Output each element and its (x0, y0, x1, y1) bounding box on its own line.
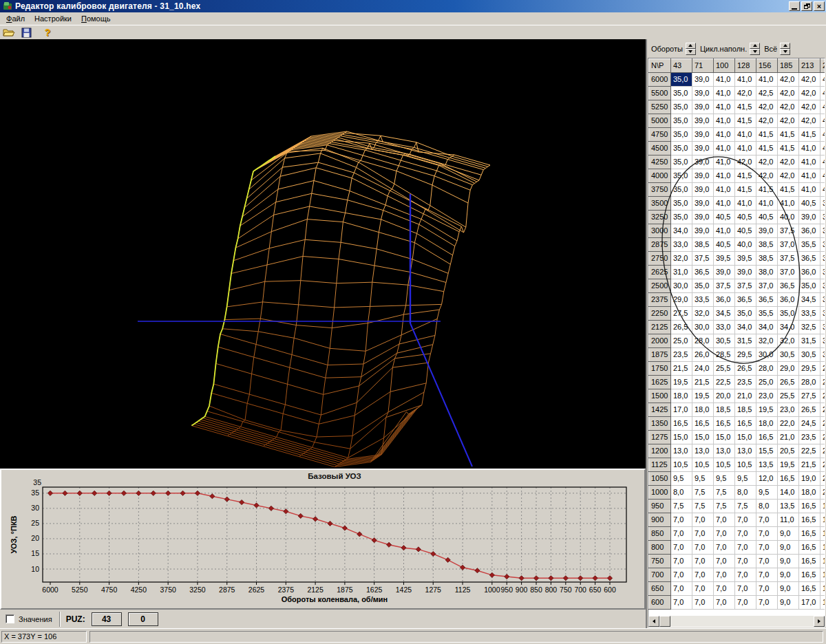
map-cell-clipped[interactable]: 4 (820, 155, 826, 169)
map-cell[interactable]: 7,0 (756, 555, 778, 568)
map-cell[interactable]: 7,5 (671, 500, 692, 513)
map-cell[interactable]: 37,5 (735, 279, 756, 293)
map-cell[interactable]: 41,0 (714, 224, 735, 238)
map-cell[interactable]: 30,0 (671, 279, 692, 293)
row-header-1050[interactable]: 1050 (649, 472, 671, 486)
row-header-2125[interactable]: 2125 (649, 321, 671, 334)
data-point-marker[interactable] (240, 500, 244, 504)
map-cell[interactable]: 36,5 (692, 266, 714, 279)
map-cell[interactable]: 16,5 (799, 541, 820, 555)
map-cell[interactable]: 26,5 (778, 376, 799, 389)
map-cell[interactable]: 31,5 (735, 334, 756, 348)
data-point-marker[interactable] (180, 491, 185, 495)
map-cell[interactable]: 41,5 (778, 142, 799, 155)
map-cell[interactable]: 9,0 (778, 582, 799, 596)
map-cell[interactable]: 39,0 (692, 169, 714, 183)
map-cell[interactable]: 8,0 (756, 500, 778, 513)
map-cell[interactable]: 32,0 (778, 334, 799, 348)
map-cell[interactable]: 28,0 (799, 376, 820, 389)
map-cell-clipped[interactable]: 1 (820, 527, 826, 541)
map-cell[interactable]: 36,5 (778, 279, 799, 293)
map-cell-clipped[interactable]: 4 (820, 87, 826, 100)
map-cell[interactable]: 33,0 (714, 321, 735, 334)
map-cell[interactable]: 7,0 (756, 596, 778, 610)
map-cell[interactable]: 42,0 (799, 87, 820, 100)
map-cell[interactable]: 11,0 (778, 513, 799, 527)
map-cell-clipped[interactable]: 3 (820, 252, 826, 266)
map-cell[interactable]: 35,0 (671, 142, 692, 155)
map-cell[interactable]: 34,0 (671, 224, 692, 238)
map-cell-clipped[interactable]: 4 (820, 73, 826, 87)
row-header-2750[interactable]: 2750 (649, 252, 671, 266)
map-cell[interactable]: 7,0 (671, 527, 692, 541)
map-cell[interactable]: 7,0 (692, 527, 714, 541)
surface-3d-view[interactable] (0, 39, 646, 469)
scrollbar-track[interactable] (670, 616, 814, 627)
map-cell[interactable]: 15,0 (692, 431, 714, 444)
map-cell[interactable]: 39,0 (692, 224, 714, 238)
map-cell[interactable]: 24,0 (692, 362, 714, 376)
map-cell-clipped[interactable]: 2 (820, 486, 826, 500)
map-cell[interactable]: 38,5 (756, 238, 778, 252)
map-cell[interactable]: 7,0 (735, 596, 756, 610)
map-cell-clipped[interactable]: 4 (820, 183, 826, 197)
map-cell[interactable]: 9,0 (778, 596, 799, 610)
map-cell-clipped[interactable]: 3 (820, 211, 826, 224)
spinner-down-button[interactable] (750, 49, 760, 55)
row-header-650[interactable]: 650 (649, 582, 671, 596)
row-header-4500[interactable]: 4500 (649, 142, 671, 155)
row-header-3000[interactable]: 3000 (649, 224, 671, 238)
map-cell[interactable]: 36,5 (799, 252, 820, 266)
menu-item-2[interactable]: Настройки (30, 13, 76, 24)
map-cell[interactable]: 35,0 (671, 211, 692, 224)
map-cell[interactable]: 40,5 (714, 211, 735, 224)
map-cell[interactable]: 7,0 (692, 582, 714, 596)
row-header-1125[interactable]: 1125 (649, 458, 671, 472)
map-cell[interactable]: 38,0 (756, 266, 778, 279)
map-cell[interactable]: 14,0 (778, 486, 799, 500)
map-cell-clipped[interactable]: 3 (820, 279, 826, 293)
map-cell[interactable]: 18,5 (735, 403, 756, 417)
map-cell[interactable]: 42,0 (735, 155, 756, 169)
map-cell[interactable]: 21,5 (692, 376, 714, 389)
map-cell[interactable]: 41,0 (714, 128, 735, 142)
map-cell-clipped[interactable]: 3 (820, 307, 826, 321)
map-cell[interactable]: 25,5 (778, 389, 799, 403)
data-point-marker[interactable] (578, 576, 583, 581)
row-header-1350[interactable]: 1350 (649, 417, 671, 431)
map-cell[interactable]: 7,0 (671, 513, 692, 527)
row-header-5000[interactable]: 5000 (649, 114, 671, 128)
map-cell[interactable]: 22,5 (799, 444, 820, 458)
map-cell[interactable]: 41,0 (735, 142, 756, 155)
map-cell[interactable]: 7,0 (692, 555, 714, 568)
map-cell[interactable]: 10,5 (671, 458, 692, 472)
map-cell[interactable]: 30,0 (756, 348, 778, 362)
row-header-600[interactable]: 600 (649, 596, 671, 610)
row-header-800[interactable]: 800 (649, 541, 671, 555)
map-cell[interactable]: 22,0 (778, 417, 799, 431)
map-cell[interactable]: 27,5 (799, 389, 820, 403)
map-cell[interactable]: 41,0 (714, 114, 735, 128)
map-cell[interactable]: 42,0 (756, 114, 778, 128)
data-point-marker[interactable] (328, 521, 332, 526)
map-cell[interactable]: 21,0 (735, 389, 756, 403)
map-cell[interactable]: 42,0 (778, 114, 799, 128)
map-cell[interactable]: 16,5 (799, 555, 820, 568)
data-point-marker[interactable] (372, 538, 377, 543)
map-cell[interactable]: 39,0 (692, 73, 714, 87)
data-point-marker[interactable] (416, 547, 421, 552)
title-bar[interactable]: Редактор калибровок двигателя - 31_10.he… (0, 0, 826, 12)
map-cell[interactable]: 25,0 (756, 376, 778, 389)
map-cell-clipped[interactable]: 4 (820, 169, 826, 183)
map-cell[interactable]: 41,0 (799, 183, 820, 197)
data-point-marker[interactable] (195, 491, 200, 495)
map-cell[interactable]: 9,5 (671, 472, 692, 486)
row-header-2375[interactable]: 2375 (649, 293, 671, 307)
map-cell[interactable]: 20,0 (714, 389, 735, 403)
column-header-128[interactable]: 128 (735, 59, 756, 73)
map-cell[interactable]: 19,5 (671, 376, 692, 389)
map-cell[interactable]: 8,0 (671, 486, 692, 500)
data-point-marker[interactable] (563, 576, 568, 581)
column-header-43[interactable]: 43 (671, 59, 692, 73)
data-point-marker[interactable] (342, 526, 347, 530)
